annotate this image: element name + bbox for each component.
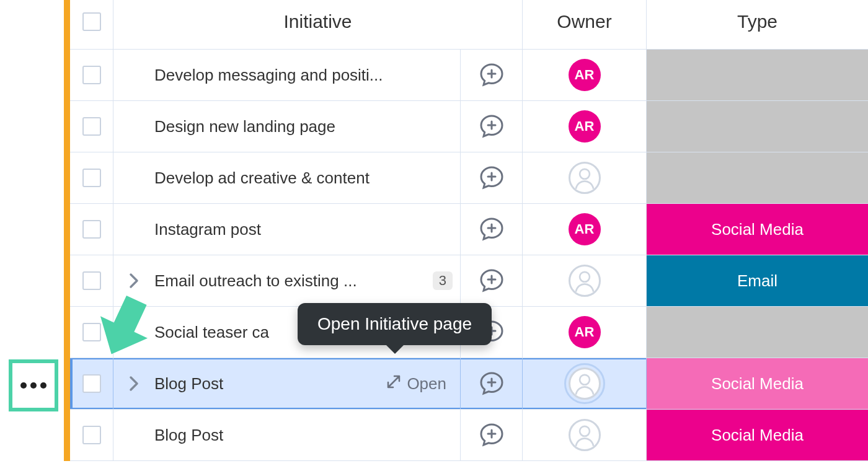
owner-cell[interactable]: [523, 358, 647, 409]
header-initiative[interactable]: Initiative: [113, 0, 523, 49]
initiative-title: Develop messaging and positi...: [154, 66, 453, 85]
header-checkbox-cell: [70, 0, 113, 49]
add-comment-cell: [461, 152, 523, 203]
expand-toggle[interactable]: [121, 375, 147, 392]
table-row[interactable]: Blog PostOpenSocial Media: [70, 358, 868, 410]
type-label: [647, 152, 868, 203]
initiative-title: Develop ad creative & content: [154, 169, 453, 188]
owner-cell[interactable]: [523, 410, 647, 460]
open-initiative-tooltip: Open Initiative page: [298, 303, 492, 345]
table-row[interactable]: Design new landing pageAR: [70, 101, 868, 152]
initiative-title: Design new landing page: [154, 117, 453, 136]
type-cell[interactable]: Social Media: [647, 410, 868, 460]
add-comment-cell: [461, 410, 523, 460]
owner-avatar[interactable]: AR: [569, 110, 601, 143]
checkbox-cell: [70, 358, 113, 409]
type-cell[interactable]: Social Media: [647, 204, 868, 255]
row-actions-button[interactable]: [9, 359, 58, 411]
owner-empty-avatar[interactable]: [569, 419, 601, 451]
owner-empty-avatar[interactable]: [569, 265, 601, 297]
checkbox-cell: [70, 204, 113, 255]
owner-cell[interactable]: AR: [523, 307, 647, 358]
more-icon: [20, 382, 46, 389]
row-checkbox[interactable]: [82, 117, 101, 136]
add-comment-cell: [461, 204, 523, 255]
checkbox-cell: [70, 101, 113, 152]
header-type-label: Type: [737, 11, 777, 32]
owner-avatar[interactable]: AR: [569, 316, 601, 348]
owner-empty-avatar[interactable]: [569, 162, 601, 194]
select-all-checkbox[interactable]: [82, 12, 101, 31]
type-label: Social Media: [647, 410, 868, 460]
table-row[interactable]: Email outreach to existing ...3Email: [70, 255, 868, 307]
checkbox-cell: [70, 50, 113, 100]
table-row[interactable]: Develop ad creative & content: [70, 152, 868, 204]
initiative-cell[interactable]: Blog PostOpen: [113, 358, 461, 409]
add-comment-cell: [461, 255, 523, 306]
owner-cell[interactable]: [523, 255, 647, 306]
add-comment-icon[interactable]: [479, 268, 504, 293]
checkbox-cell: [70, 410, 113, 460]
header-owner[interactable]: Owner: [523, 0, 647, 49]
header-type[interactable]: Type: [647, 0, 868, 49]
owner-empty-avatar[interactable]: [569, 367, 601, 400]
add-comment-cell: [461, 50, 523, 100]
row-checkbox[interactable]: [82, 66, 101, 84]
initiatives-table: Initiative Owner Type Develop messaging …: [64, 0, 868, 461]
type-label: Social Media: [647, 204, 868, 255]
svg-marker-0: [88, 289, 161, 366]
owner-avatar[interactable]: AR: [569, 59, 601, 91]
type-cell[interactable]: [647, 101, 868, 152]
row-checkbox[interactable]: [82, 220, 101, 239]
row-checkbox[interactable]: [82, 374, 101, 393]
add-comment-icon[interactable]: [479, 114, 504, 139]
type-label: Social Media: [647, 358, 868, 409]
table-row[interactable]: Blog PostSocial Media: [70, 410, 868, 461]
add-comment-icon[interactable]: [479, 63, 504, 87]
owner-cell[interactable]: AR: [523, 50, 647, 100]
owner-avatar[interactable]: AR: [569, 213, 601, 245]
initiative-cell[interactable]: Develop ad creative & content: [113, 152, 461, 203]
owner-cell[interactable]: [523, 152, 647, 203]
type-label: [647, 50, 868, 100]
table-row[interactable]: Instagram postARSocial Media: [70, 204, 868, 255]
expand-icon: [386, 374, 402, 394]
add-comment-icon[interactable]: [479, 371, 504, 396]
header-initiative-label: Initiative: [283, 11, 352, 32]
subitem-count: 3: [433, 271, 453, 290]
add-comment-icon[interactable]: [479, 217, 504, 242]
owner-cell[interactable]: AR: [523, 101, 647, 152]
initiative-cell[interactable]: Design new landing page: [113, 101, 461, 152]
type-cell[interactable]: Email: [647, 255, 868, 306]
add-comment-icon[interactable]: [479, 423, 504, 447]
open-initiative-button[interactable]: Open: [386, 374, 453, 394]
type-cell[interactable]: [647, 50, 868, 100]
type-cell[interactable]: [647, 307, 868, 358]
add-comment-icon[interactable]: [479, 165, 504, 190]
type-cell[interactable]: Social Media: [647, 358, 868, 409]
type-label: Email: [647, 255, 868, 306]
add-comment-cell: [461, 101, 523, 152]
row-checkbox[interactable]: [82, 169, 101, 187]
type-label: [647, 307, 868, 358]
checkbox-cell: [70, 152, 113, 203]
initiative-title: Blog Post: [154, 374, 378, 393]
type-label: [647, 101, 868, 152]
owner-cell[interactable]: AR: [523, 204, 647, 255]
initiative-cell[interactable]: Email outreach to existing ...3: [113, 255, 461, 306]
initiative-title: Blog Post: [154, 426, 453, 445]
header-owner-label: Owner: [557, 11, 611, 32]
initiative-title: Instagram post: [154, 220, 453, 239]
row-checkbox[interactable]: [82, 426, 101, 444]
initiative-title: Email outreach to existing ...: [154, 271, 425, 291]
initiative-cell[interactable]: Instagram post: [113, 204, 461, 255]
initiative-cell[interactable]: Blog Post: [113, 410, 461, 460]
row-checkbox[interactable]: [82, 271, 101, 290]
table-header-row: Initiative Owner Type: [70, 0, 868, 50]
initiative-cell[interactable]: Develop messaging and positi...: [113, 50, 461, 100]
add-comment-cell: [461, 358, 523, 409]
table-row[interactable]: Develop messaging and positi...AR: [70, 50, 868, 101]
open-label: Open: [407, 374, 446, 393]
type-cell[interactable]: [647, 152, 868, 203]
